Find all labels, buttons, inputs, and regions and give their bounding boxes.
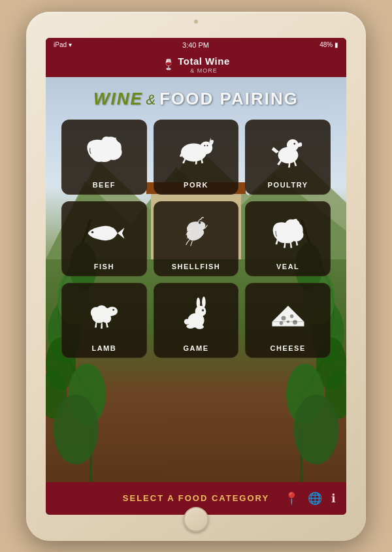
svg-point-38 [197,299,199,308]
svg-point-25 [91,231,94,234]
brand-more: & MORE [178,67,230,74]
camera-dot [194,20,198,24]
svg-point-16 [113,140,118,145]
svg-point-26 [199,221,201,224]
wine-icon: 🍷 [162,58,175,71]
svg-point-46 [289,314,293,318]
status-bar: iPad ▾ 3:40 PM 48% ▮ [46,38,346,52]
food-item-shellfish[interactable]: SHELLFISH [154,201,239,276]
cheese-icon [265,295,311,334]
svg-point-23 [287,139,299,151]
svg-point-39 [203,298,204,306]
food-item-pork[interactable]: PORK [154,120,239,195]
food-item-veal[interactable]: VEAL [245,201,331,276]
brand-name: Total Wine [178,56,230,67]
fish-icon-area [65,207,144,260]
svg-point-40 [202,309,204,312]
cheese-label: CHEESE [270,344,306,352]
svg-point-33 [113,309,115,311]
svg-point-45 [281,316,286,320]
lamb-icon-area [65,289,144,342]
title-amp: & [146,91,159,108]
svg-point-48 [293,320,297,325]
svg-point-32 [107,306,118,316]
lamb-label: LAMB [91,344,116,352]
globe-icon[interactable]: 🌐 [308,491,322,506]
game-icon [173,295,219,334]
title-wine: WINE [93,89,143,108]
ipad-screen: iPad ▾ 3:40 PM 48% ▮ 🍷 Total Wine & MORE [46,38,346,515]
beef-icon-area [65,125,144,178]
veal-icon [265,214,311,253]
food-item-poultry[interactable]: POULTRY [245,120,331,195]
food-item-lamb[interactable]: LAMB [61,283,147,358]
svg-point-21 [206,145,208,146]
svg-point-30 [91,307,102,318]
svg-point-41 [204,312,206,314]
lamb-icon [81,295,127,334]
food-item-beef[interactable]: BEEF [61,120,147,195]
pork-icon [173,132,219,171]
svg-point-47 [279,321,283,325]
cheese-icon-area [248,289,327,342]
info-icon[interactable]: ℹ [331,491,336,506]
ipad-label: iPad ▾ [54,41,72,48]
shellfish-icon-area [157,207,236,260]
veal-icon-area [248,207,327,260]
poultry-icon-area [248,125,327,178]
location-icon[interactable]: 📍 [284,491,299,506]
pork-icon-area [157,125,236,178]
svg-point-42 [184,319,189,324]
food-item-cheese[interactable]: CHEESE [245,283,331,358]
status-battery: 48% ▮ [319,41,338,48]
food-item-game[interactable]: GAME [154,283,239,358]
svg-point-24 [293,143,295,145]
title-food: FOOD PAIRING [159,89,299,108]
svg-point-20 [204,145,205,146]
shellfish-icon [173,214,219,253]
page-title: WINE & FOOD PAIRING [93,89,299,109]
food-grid: BEEF [46,120,346,358]
app-header: 🍷 Total Wine & MORE [46,52,346,77]
content-overlay: WINE & FOOD PAIRING [46,77,346,482]
veal-label: VEAL [276,263,299,270]
beef-icon [81,132,127,171]
pork-label: PORK [184,181,208,189]
game-icon-area [157,289,236,342]
food-item-fish[interactable]: FISH [61,201,147,276]
svg-point-35 [195,306,206,317]
status-left: iPad ▾ [54,41,72,48]
ipad-device: iPad ▾ 3:40 PM 48% ▮ 🍷 Total Wine & MORE [26,12,366,541]
svg-point-49 [287,320,289,323]
fish-label: FISH [94,263,114,270]
status-time: 3:40 PM [182,41,209,49]
main-content: WINE & FOOD PAIRING [46,77,346,482]
bottom-icons: 📍 🌐 ℹ [284,491,336,506]
poultry-label: POULTRY [268,181,308,189]
poultry-icon [265,132,311,171]
game-label: GAME [183,344,208,352]
home-button[interactable] [184,507,208,532]
fish-icon [81,214,127,253]
brand-logo: 🍷 Total Wine & MORE [162,56,230,74]
svg-point-44 [195,325,204,329]
beef-label: BEEF [93,181,116,189]
shellfish-label: SHELLFISH [172,263,221,270]
svg-point-43 [186,324,195,329]
select-category-text: SELECT A FOOD CATEGORY [123,493,269,503]
